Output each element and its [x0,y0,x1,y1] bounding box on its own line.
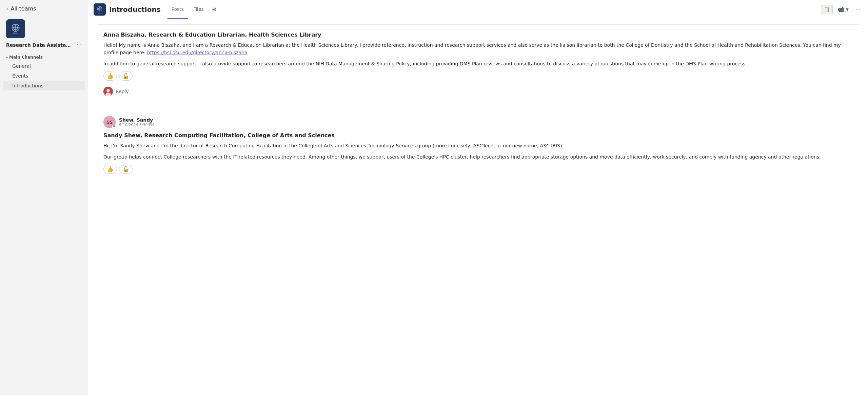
sandy-avatar-initials: SS [106,120,113,125]
tab-add-button[interactable]: ⊕ [209,5,219,14]
tab-bar: Posts Files ⊕ [167,0,821,19]
tab-files[interactable]: Files [189,0,208,19]
message-body-sandy-1: Hi, I'm Sandy Shew and I'm the director … [103,142,853,149]
sandy-avatar: SS [103,116,116,128]
team-info: RDAN Research Data Assistance Networ... … [0,15,88,51]
anna-profile-link[interactable]: https://hsl.osu.edu/directory/anna-bisza… [147,50,248,55]
svg-text:RDAN: RDAN [98,12,101,14]
all-teams-back[interactable]: ‹ All teams [0,0,88,15]
team-name: Research Data Assistance Networ... [6,42,74,48]
sidebar-item-events[interactable]: Events [3,71,85,81]
main-content: RDAN Introductions Posts Files ⊕ 📋 📹 ▾ ·… [88,0,868,395]
svg-point-14 [106,89,110,92]
all-teams-label: All teams [11,5,36,12]
message-body-anna-2: In addition to general research support,… [103,60,853,67]
team-avatar: RDAN [6,19,25,38]
back-chevron-icon: ‹ [6,6,8,12]
team-more-icon[interactable]: ··· [77,42,82,48]
sandy-message-header: SS Shew, Sandy 9/10/2024 3:30 PM [103,116,853,128]
notes-button[interactable]: 📋 [821,5,833,14]
video-call-icon[interactable]: 📹 ▾ [835,5,851,14]
reply-button-anna[interactable]: Reply [116,89,129,94]
chevron-down-icon: ▾ [6,56,8,59]
anna-thumbsup-reaction[interactable]: 👍 [103,71,117,81]
anna-reactions: 👍 🔓 [103,71,853,81]
sidebar-item-general[interactable]: General [3,61,85,71]
reply-avatar-anna [103,87,113,96]
message-body-anna-1: Hello! My name is Anna Biszaha, and I am… [103,41,853,57]
message-title-anna: Anna Biszaha, Research & Education Libra… [103,32,853,38]
more-options-icon[interactable]: ··· [853,5,863,14]
team-name-row: Research Data Assistance Networ... ··· [6,42,82,48]
sidebar-item-introductions[interactable]: Introductions [3,81,85,90]
sandy-sender-name: Shew, Sandy [119,117,154,123]
sandy-message-time: 9/10/2024 3:30 PM [119,123,154,127]
channel-icon: RDAN [94,3,106,16]
topbar-actions: 📋 📹 ▾ ··· [821,5,863,14]
notes-icon: 📋 [824,7,830,12]
sandy-reactions: 👍 🔓 [103,165,853,174]
message-card-anna: Anna Biszaha, Research & Education Libra… [95,24,861,103]
channel-title: Introductions [109,5,161,14]
sandy-online-indicator [112,125,116,128]
message-body-sandy-2: Our group helps connect College research… [103,153,853,161]
sandy-lock-reaction[interactable]: 🔓 [119,165,133,174]
anna-lock-reaction[interactable]: 🔓 [119,71,133,81]
channels-section: ▾ Main Channels General Events Introduct… [0,51,88,93]
sandy-sender-info: Shew, Sandy 9/10/2024 3:30 PM [119,117,154,127]
channels-header-label: Main Channels [9,55,43,60]
tab-posts[interactable]: Posts [167,0,188,19]
chat-area: Anna Biszaha, Research & Education Libra… [88,19,868,395]
topbar: RDAN Introductions Posts Files ⊕ 📋 📹 ▾ ·… [88,0,868,19]
channels-header[interactable]: ▾ Main Channels [0,54,88,61]
sidebar: ‹ All teams RDAN Research Data Assistanc… [0,0,88,395]
sandy-thumbsup-reaction[interactable]: 👍 [103,165,117,174]
message-title-sandy: Sandy Shew, Research Computing Facilitat… [103,132,853,139]
message-card-sandy: SS Shew, Sandy 9/10/2024 3:30 PM Sandy S… [95,109,861,182]
anna-reply-area: Reply [103,84,853,96]
svg-text:RDAN: RDAN [13,32,18,34]
